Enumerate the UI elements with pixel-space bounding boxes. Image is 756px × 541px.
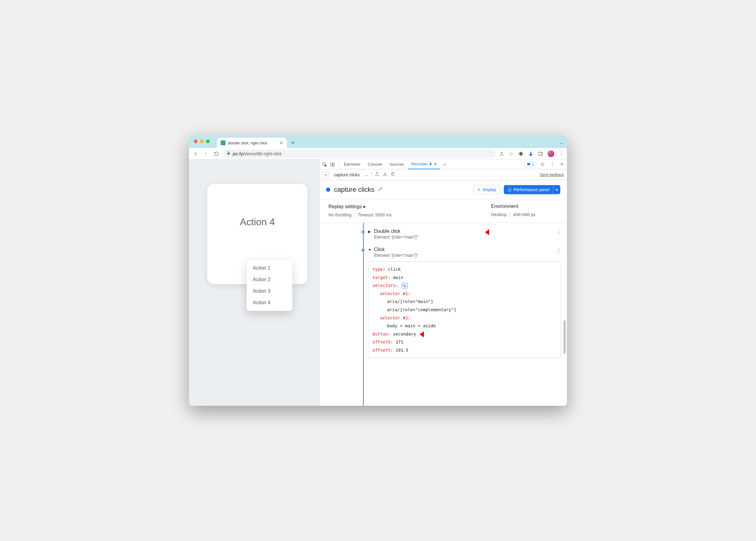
window-traffic-lights xyxy=(194,140,210,143)
tab-sources[interactable]: Sources xyxy=(387,160,407,169)
separator xyxy=(371,172,372,178)
devtools-panel: Elements Console Sources Recorder ✕ » 1 xyxy=(319,160,567,406)
scrollbar-track xyxy=(564,223,567,406)
toolbar: jec.fyi/demo/dbl-right-click ☆ ⋮ xyxy=(189,148,567,160)
side-panel-icon[interactable] xyxy=(538,151,543,157)
delete-button[interactable] xyxy=(390,172,395,178)
context-menu-item[interactable]: Action 2 xyxy=(247,274,292,285)
recording-title: capture clicks xyxy=(334,186,374,194)
close-window-button[interactable] xyxy=(194,140,197,143)
expand-toggle[interactable]: ▶ xyxy=(368,230,372,234)
close-devtools-button[interactable]: ✕ xyxy=(559,161,565,168)
profile-avatar[interactable] xyxy=(548,151,554,157)
prop-value: main xyxy=(393,275,403,280)
close-panel-button[interactable]: ✕ xyxy=(434,162,437,166)
import-button[interactable] xyxy=(383,172,387,178)
collapse-toggle[interactable]: ▼ xyxy=(368,248,372,252)
prop-key: offsetX xyxy=(373,339,390,344)
context-menu-item[interactable]: Action 1 xyxy=(247,262,292,274)
device-value: Desktop xyxy=(491,212,507,217)
recording-dropdown-button[interactable]: ⌄ xyxy=(365,172,368,177)
devtools-menu-button[interactable]: ⋮ xyxy=(549,161,556,168)
bookmark-star-icon[interactable]: ☆ xyxy=(509,151,514,157)
replay-button-label: Replay xyxy=(483,187,496,192)
svg-point-5 xyxy=(542,164,543,165)
browser-tab[interactable]: double click, right click ✕ xyxy=(217,138,287,148)
prop-value: 191.5 xyxy=(396,348,408,352)
timeout-value: Timeout: 5000 ms xyxy=(358,213,392,217)
prop-value: click xyxy=(388,267,401,272)
step-menu-button[interactable]: ⋮ xyxy=(556,247,561,254)
step-dot-icon xyxy=(362,231,365,234)
prop-key: selectors xyxy=(373,283,396,288)
export-button[interactable] xyxy=(375,172,380,178)
edit-title-button[interactable] xyxy=(378,187,383,193)
context-menu-item[interactable]: Action 4 xyxy=(247,297,292,308)
throttling-value: No throttling xyxy=(328,213,351,217)
forward-button[interactable] xyxy=(202,150,210,158)
step-title: Click xyxy=(374,247,554,252)
close-tab-button[interactable]: ✕ xyxy=(279,141,283,145)
prop-key: button xyxy=(373,331,388,336)
tab-elements[interactable]: Elements xyxy=(341,160,363,169)
minimize-window-button[interactable] xyxy=(200,140,203,143)
step-item: ▶ Double click Element "[role="main"]" ⋮ xyxy=(368,229,561,240)
card-title: Action 4 xyxy=(240,217,275,228)
step-subtitle: Element "[role="main"]" xyxy=(374,253,554,258)
environment-label: Environment xyxy=(491,204,519,209)
replay-settings-toggle[interactable]: Replay settings ▸ xyxy=(328,204,491,210)
flask-icon xyxy=(429,162,432,166)
tab-title: double click, right click xyxy=(228,141,267,145)
recording-status-dot xyxy=(326,188,330,192)
prop-value: aria/[role="main"] xyxy=(373,297,557,306)
performance-panel-label: Performance panel xyxy=(514,187,550,192)
performance-panel-dropdown[interactable]: ▾ xyxy=(553,185,560,194)
prop-value: body > main > aside xyxy=(373,322,557,330)
step-title: Double click xyxy=(374,229,554,234)
separator xyxy=(338,162,338,167)
inspect-element-icon[interactable] xyxy=(321,161,328,168)
chrome-menu-button[interactable]: ⋮ xyxy=(559,151,564,157)
more-tabs-button[interactable]: » xyxy=(441,161,448,168)
recorder-toolbar: + capture clicks ⌄ Send feedback xyxy=(319,169,567,180)
step-menu-button[interactable]: ⋮ xyxy=(556,229,561,235)
experiment-flask-icon[interactable] xyxy=(528,151,534,157)
share-icon[interactable] xyxy=(499,151,505,157)
new-recording-button[interactable]: + xyxy=(322,172,329,178)
prop-key: offsetY xyxy=(373,348,390,352)
issues-badge[interactable]: 1 xyxy=(525,162,536,167)
step-dot-icon xyxy=(362,249,365,252)
replay-button[interactable]: Replay xyxy=(473,185,500,194)
performance-panel-button[interactable]: Performance panel xyxy=(504,185,553,194)
extensions-icon[interactable] xyxy=(519,151,524,157)
titlebar: double click, right click ✕ + ⌄ xyxy=(189,135,567,148)
prop-key: selector #2 xyxy=(380,315,408,320)
svg-rect-3 xyxy=(331,163,333,166)
prop-value: secondary xyxy=(393,331,416,336)
settings-gear-icon[interactable] xyxy=(539,161,546,168)
issues-count: 1 xyxy=(532,162,534,167)
chevron-right-icon: ▸ xyxy=(363,204,366,210)
new-tab-button[interactable]: + xyxy=(289,139,297,147)
recording-header: capture clicks Replay Performance panel … xyxy=(319,180,567,200)
tab-overflow-button[interactable]: ⌄ xyxy=(560,140,564,145)
zoom-window-button[interactable] xyxy=(206,140,210,143)
prop-value: 171 xyxy=(396,339,403,344)
tab-recorder[interactable]: Recorder ✕ xyxy=(408,160,440,169)
reload-button[interactable] xyxy=(213,150,220,158)
toolbar-right: ☆ ⋮ xyxy=(499,151,564,157)
address-bar[interactable]: jec.fyi/demo/dbl-right-click xyxy=(223,150,496,158)
device-toolbar-icon[interactable] xyxy=(329,161,336,168)
context-menu-item[interactable]: Action 3 xyxy=(247,285,292,297)
scrollbar-thumb[interactable] xyxy=(564,320,566,354)
step-detail-panel: type: click target: main selectors: sele… xyxy=(368,262,561,358)
browser-window: double click, right click ✕ + ⌄ jec.fyi/… xyxy=(189,135,567,406)
tab-console[interactable]: Console xyxy=(365,160,385,169)
prop-key: target xyxy=(373,275,388,280)
recording-dropdown-label: capture clicks xyxy=(332,172,362,177)
content-split: Action 4 Action 1 Action 2 Action 3 Acti… xyxy=(189,160,567,406)
send-feedback-link[interactable]: Send feedback xyxy=(540,173,564,177)
selector-picker-icon[interactable] xyxy=(402,283,408,288)
lock-icon xyxy=(227,151,230,156)
back-button[interactable] xyxy=(192,150,199,158)
